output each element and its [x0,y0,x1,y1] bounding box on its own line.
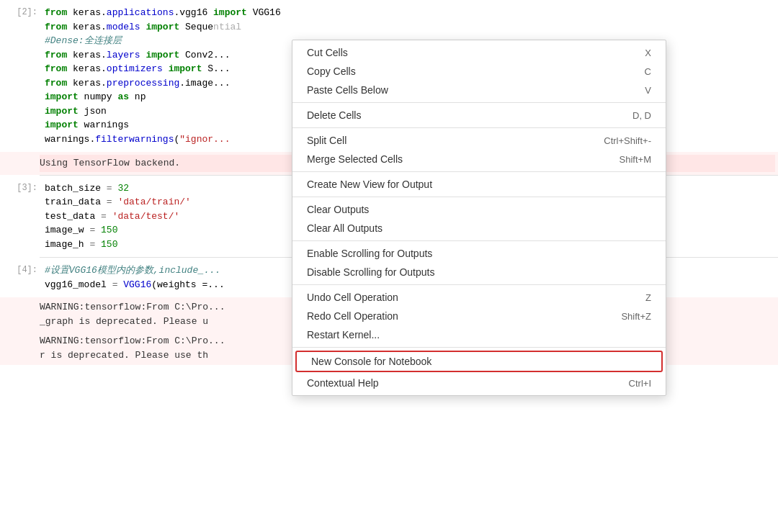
menu-item-enable-scrolling-label: Enable Scrolling for Outputs [307,248,432,259]
menu-item-paste-cells-below[interactable]: Paste Cells Below V [292,81,666,99]
menu-item-restart-kernel-label: Restart Kernel... [307,329,380,341]
menu-item-disable-scrolling-label: Disable Scrolling for Outputs [307,266,434,278]
menu-item-delete-cells-shortcut: D, D [632,110,651,121]
separator-3 [292,171,666,172]
menu-item-contextual-help-label: Contextual Help [307,377,379,389]
menu-item-delete-cells[interactable]: Delete Cells D, D [292,106,666,125]
menu-item-delete-cells-label: Delete Cells [307,109,361,121]
menu-item-clear-outputs-label: Clear Outputs [307,204,369,215]
menu-item-disable-scrolling[interactable]: Disable Scrolling for Outputs [292,263,666,281]
menu-item-redo-cell[interactable]: Redo Cell Operation Shift+Z [292,307,666,325]
menu-item-redo-cell-shortcut: Shift+Z [621,311,651,322]
menu-item-create-view-label: Create New View for Output [307,179,432,190]
separator-1 [292,102,666,103]
separator-5 [292,240,666,241]
menu-item-paste-cells-below-label: Paste Cells Below [307,84,388,96]
menu-item-undo-cell-label: Undo Cell Operation [307,292,398,303]
menu-item-cut-cells-label: Cut Cells [307,47,348,58]
menu-item-paste-cells-below-shortcut: V [645,85,651,96]
menu-item-merge-cells-label: Merge Selected Cells [307,153,403,165]
menu-item-enable-scrolling[interactable]: Enable Scrolling for Outputs [292,244,666,263]
separator-7 [292,347,666,348]
context-menu[interactable]: Cut Cells X Copy Cells C Paste Cells Bel… [292,40,666,396]
menu-item-split-cell[interactable]: Split Cell Ctrl+Shift+- [292,131,666,150]
menu-item-cut-cells-shortcut: X [645,48,651,58]
menu-item-contextual-help-shortcut: Ctrl+I [629,378,651,389]
menu-item-merge-cells[interactable]: Merge Selected Cells Shift+M [292,150,666,168]
menu-item-undo-cell-shortcut: Z [645,292,651,303]
menu-item-contextual-help[interactable]: Contextual Help Ctrl+I [292,374,666,392]
menu-item-new-console[interactable]: New Console for Notebook [295,351,663,372]
separator-4 [292,197,666,197]
menu-item-copy-cells-label: Copy Cells [307,66,356,77]
context-menu-overlay: Cut Cells X Copy Cells C Paste Cells Bel… [0,0,778,532]
menu-item-merge-cells-shortcut: Shift+M [620,154,651,165]
menu-item-split-cell-shortcut: Ctrl+Shift+- [604,135,651,146]
menu-item-cut-cells[interactable]: Cut Cells X [292,43,666,62]
menu-item-restart-kernel[interactable]: Restart Kernel... [292,325,666,344]
separator-6 [292,284,666,285]
menu-item-new-console-label: New Console for Notebook [311,356,432,367]
menu-item-undo-cell[interactable]: Undo Cell Operation Z [292,288,666,307]
menu-item-clear-all-outputs-label: Clear All Outputs [307,222,383,234]
menu-item-copy-cells-shortcut: C [645,66,651,77]
menu-item-redo-cell-label: Redo Cell Operation [307,310,398,322]
menu-item-clear-all-outputs[interactable]: Clear All Outputs [292,219,666,238]
menu-item-copy-cells[interactable]: Copy Cells C [292,62,666,81]
menu-item-create-view[interactable]: Create New View for Output [292,175,666,194]
separator-2 [292,127,666,128]
menu-item-clear-outputs[interactable]: Clear Outputs [292,200,666,219]
menu-item-split-cell-label: Split Cell [307,135,346,146]
